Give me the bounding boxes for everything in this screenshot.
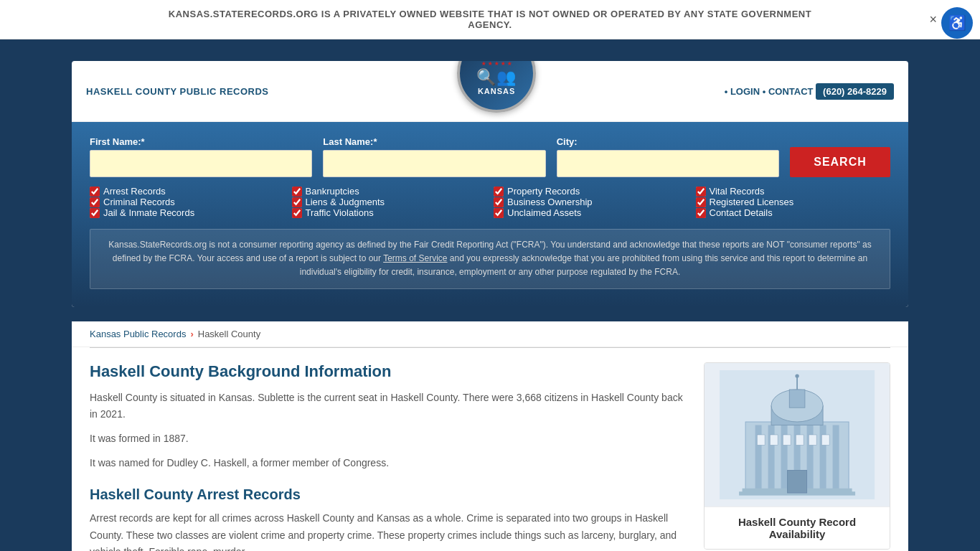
sidebar-image bbox=[705, 363, 890, 507]
checkboxes-grid: Arrest Records Criminal Records Jail & I… bbox=[90, 186, 890, 218]
city-group: City: bbox=[557, 136, 779, 177]
arrest-para: Arrest records are kept for all crimes a… bbox=[90, 510, 689, 551]
breadcrumb: Kansas Public Records › Haskell County bbox=[90, 329, 890, 339]
svg-rect-18 bbox=[783, 435, 791, 445]
breadcrumb-section: Kansas Public Records › Haskell County bbox=[72, 321, 908, 347]
banner-text: KANSAS.STATERECORDS.ORG IS A PRIVATELY O… bbox=[167, 9, 813, 30]
arrest-section-title: Haskell County Arrest Records bbox=[90, 486, 689, 503]
arrest-records-checkbox[interactable] bbox=[90, 187, 100, 197]
svg-rect-20 bbox=[809, 435, 816, 445]
unclaimed-assets-checkbox[interactable] bbox=[494, 208, 504, 218]
search-section: First Name:* Last Name:* City: SEARCH bbox=[72, 122, 908, 307]
svg-rect-21 bbox=[821, 435, 829, 445]
header-nav: • LOGIN • CONTACT (620) 264-8229 bbox=[725, 86, 894, 97]
accessibility-button[interactable]: ♿ bbox=[941, 7, 973, 39]
criminal-records-checkbox[interactable] bbox=[90, 197, 100, 207]
svg-rect-22 bbox=[788, 470, 807, 493]
svg-rect-19 bbox=[796, 435, 804, 445]
header-card: HASKELL COUNTY PUBLIC RECORDS STATE RECO… bbox=[72, 61, 908, 307]
first-name-group: First Name:* bbox=[90, 136, 312, 177]
star-icon: ★ bbox=[481, 61, 486, 67]
search-button[interactable]: SEARCH bbox=[790, 147, 890, 177]
checkbox-col-4: Vital Records Registered Licenses Contac… bbox=[696, 186, 891, 218]
checkbox-item: Vital Records bbox=[696, 186, 891, 197]
traffic-violations-checkbox[interactable] bbox=[292, 208, 302, 218]
building-svg bbox=[714, 370, 880, 499]
checkbox-item: Unclaimed Assets bbox=[494, 207, 689, 218]
login-link[interactable]: LOGIN bbox=[730, 86, 760, 97]
svg-point-13 bbox=[795, 374, 798, 377]
checkbox-item: Liens & Judgments bbox=[292, 197, 487, 207]
unclaimed-assets-label: Unclaimed Assets bbox=[507, 207, 581, 218]
header-top: HASKELL COUNTY PUBLIC RECORDS STATE RECO… bbox=[72, 61, 908, 122]
bg-section-title: Haskell County Background Information bbox=[90, 362, 689, 381]
bankruptcies-checkbox[interactable] bbox=[292, 187, 302, 197]
registered-licenses-label: Registered Licenses bbox=[710, 197, 794, 207]
svg-rect-11 bbox=[789, 390, 805, 408]
star-icon: ★ bbox=[494, 61, 499, 67]
business-ownership-label: Business Ownership bbox=[507, 197, 593, 207]
criminal-records-label: Criminal Records bbox=[103, 197, 175, 207]
first-name-label: First Name:* bbox=[90, 136, 312, 147]
disclaimer: Kansas.StateRecords.org is not a consume… bbox=[90, 229, 890, 289]
jail-inmate-records-checkbox[interactable] bbox=[90, 208, 100, 218]
property-records-checkbox[interactable] bbox=[494, 187, 504, 197]
property-records-label: Property Records bbox=[507, 186, 580, 197]
bg-para-3: It was named for Dudley C. Haskell, a fo… bbox=[90, 455, 689, 472]
business-ownership-checkbox[interactable] bbox=[494, 197, 504, 207]
logo-search-icon: 🔍👥 bbox=[476, 68, 517, 87]
phone-number: (620) 264-8229 bbox=[816, 83, 894, 100]
liens-judgments-checkbox[interactable] bbox=[292, 197, 302, 207]
vital-records-checkbox[interactable] bbox=[696, 187, 706, 197]
svg-rect-16 bbox=[757, 435, 765, 445]
city-input[interactable] bbox=[557, 150, 779, 177]
star-icon: ★ bbox=[501, 61, 506, 67]
search-fields: First Name:* Last Name:* City: SEARCH bbox=[90, 136, 890, 177]
bankruptcies-label: Bankruptcies bbox=[306, 186, 359, 197]
breadcrumb-separator: › bbox=[190, 329, 193, 339]
site-name: HASKELL COUNTY PUBLIC RECORDS bbox=[86, 86, 269, 97]
checkbox-item: Property Records bbox=[494, 186, 689, 197]
content-body: Haskell County Background Information Ha… bbox=[72, 348, 908, 551]
sidebar-card: Haskell County Record Availability bbox=[704, 362, 890, 550]
main-wrapper: HASKELL COUNTY PUBLIC RECORDS STATE RECO… bbox=[0, 39, 980, 551]
logo-container: STATE RECORDS ★ ★ ★ ★ ★ 🔍👥 KANSAS bbox=[457, 61, 536, 113]
liens-judgments-label: Liens & Judgments bbox=[306, 197, 385, 207]
checkbox-item: Registered Licenses bbox=[696, 197, 891, 207]
content-sidebar: Haskell County Record Availability bbox=[704, 362, 890, 551]
star-icon: ★ bbox=[488, 61, 493, 67]
logo: STATE RECORDS ★ ★ ★ ★ ★ 🔍👥 KANSAS bbox=[457, 61, 536, 113]
bg-para-1: Haskell County is situated in Kansas. Su… bbox=[90, 390, 689, 424]
vital-records-label: Vital Records bbox=[710, 186, 765, 197]
last-name-label: Last Name:* bbox=[323, 136, 545, 147]
bullet-dot: • bbox=[725, 86, 730, 97]
svg-rect-17 bbox=[770, 435, 778, 445]
accessibility-icon: ♿ bbox=[948, 14, 966, 32]
tos-link[interactable]: Terms of Service bbox=[383, 253, 447, 263]
bg-para-2: It was formed in 1887. bbox=[90, 430, 689, 448]
checkbox-item: Contact Details bbox=[696, 207, 891, 218]
arrest-records-label: Arrest Records bbox=[103, 186, 166, 197]
jail-inmate-records-label: Jail & Inmate Records bbox=[103, 207, 194, 218]
first-name-input[interactable] bbox=[90, 150, 312, 177]
contact-details-checkbox[interactable] bbox=[696, 208, 706, 218]
svg-rect-8 bbox=[833, 425, 839, 493]
breadcrumb-link[interactable]: Kansas Public Records bbox=[90, 329, 186, 339]
star-icon: ★ bbox=[507, 61, 512, 67]
checkbox-item: Traffic Violations bbox=[292, 207, 487, 218]
contact-details-label: Contact Details bbox=[710, 207, 773, 218]
last-name-input[interactable] bbox=[323, 150, 545, 177]
sidebar-card-title: Haskell County Record Availability bbox=[705, 507, 890, 549]
logo-stars: ★ ★ ★ ★ ★ bbox=[481, 61, 512, 67]
bullet-dot: • bbox=[763, 86, 768, 97]
banner-close-button[interactable]: × bbox=[929, 12, 937, 27]
last-name-group: Last Name:* bbox=[323, 136, 545, 177]
breadcrumb-current: Haskell County bbox=[198, 329, 260, 339]
contact-link[interactable]: CONTACT bbox=[768, 86, 814, 97]
content-section: Kansas Public Records › Haskell County H… bbox=[72, 321, 908, 551]
city-label: City: bbox=[557, 136, 779, 147]
checkbox-col-2: Bankruptcies Liens & Judgments Traffic V… bbox=[292, 186, 487, 218]
traffic-violations-label: Traffic Violations bbox=[306, 207, 374, 218]
registered-licenses-checkbox[interactable] bbox=[696, 197, 706, 207]
checkbox-col-1: Arrest Records Criminal Records Jail & I… bbox=[90, 186, 285, 218]
